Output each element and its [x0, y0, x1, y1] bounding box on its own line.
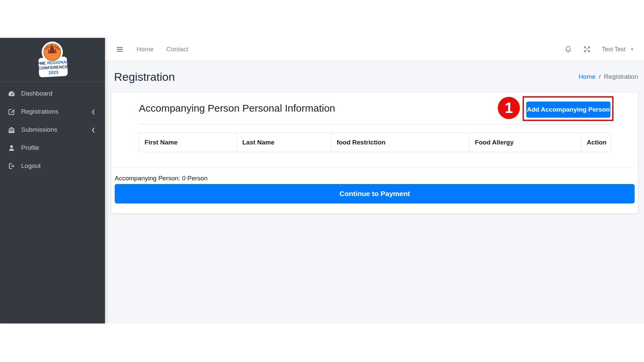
sidebar-item-logout[interactable]: Logout [3, 158, 102, 174]
sidebar-item-registrations[interactable]: Registrations ❮ [3, 103, 102, 120]
edit-icon [8, 108, 15, 116]
sidebar-toggle-button[interactable] [116, 45, 124, 53]
sidebar-menu: Dashboard Registrations ❮ Submissions ❮ [0, 82, 105, 179]
fullscreen-button[interactable] [583, 45, 591, 53]
sidebar-item-profile[interactable]: Profile [3, 139, 102, 156]
card-header-divider [139, 124, 611, 125]
accompanying-person-table: First Name Last Name food Restriction Fo… [139, 132, 611, 152]
page-title: Registration [114, 68, 175, 85]
caret-down-icon: ▼ [630, 47, 634, 51]
accompanying-person-count: Accompanying Person: 0 Person [115, 175, 208, 182]
sidebar-item-submissions[interactable]: Submissions ❮ [3, 121, 102, 138]
sidebar-item-label: Logout [21, 162, 41, 170]
bell-icon [564, 45, 572, 53]
logout-icon [8, 162, 15, 170]
card-title: Accompanying Person Personal Information [139, 103, 335, 114]
main-area: Home Contact Test Test ▼ [105, 38, 644, 323]
sidebar: THAILAND PMEREGIONAL CONFERENCE 2023 Das… [0, 38, 105, 323]
user-dropdown[interactable]: Test Test ▼ [602, 46, 634, 53]
tachometer-icon [8, 90, 15, 98]
breadcrumb: Home / Registration [579, 73, 638, 80]
chevron-left-icon: ❮ [91, 109, 95, 114]
breadcrumb-current: Registration [604, 73, 638, 80]
top-navbar: Home Contact Test Test ▼ [105, 38, 644, 61]
breadcrumb-home-link[interactable]: Home [579, 73, 596, 80]
expand-arrows-icon [583, 45, 591, 53]
content-area: Registration Home / Registration Accompa… [105, 61, 644, 323]
user-icon [8, 144, 15, 152]
sidebar-brand[interactable]: THAILAND PMEREGIONAL CONFERENCE 2023 [0, 38, 105, 82]
sidebar-item-label: Registrations [21, 108, 58, 115]
user-name: Test Test [602, 46, 626, 53]
sidebar-item-label: Submissions [21, 126, 57, 133]
app-window: THAILAND PMEREGIONAL CONFERENCE 2023 Das… [0, 38, 644, 323]
hamburger-icon [116, 45, 124, 53]
envelope-open-icon [8, 126, 15, 134]
svg-text:2023: 2023 [48, 70, 58, 75]
conference-logo-icon: THAILAND PMEREGIONAL CONFERENCE 2023 [36, 41, 70, 78]
sidebar-item-label: Dashboard [21, 90, 52, 97]
column-header-last-name: Last Name [237, 133, 331, 152]
accompanying-person-card: Accompanying Person Personal Information… [111, 93, 638, 214]
column-header-first-name: First Name [139, 133, 237, 152]
sidebar-item-label: Profile [21, 144, 39, 152]
sidebar-item-dashboard[interactable]: Dashboard [3, 85, 102, 102]
breadcrumb-separator: / [599, 73, 600, 80]
topnav-link-contact[interactable]: Contact [166, 46, 188, 53]
notifications-button[interactable] [564, 45, 572, 53]
annotation-step-badge: 1 [498, 97, 520, 119]
topnav-link-home[interactable]: Home [137, 46, 154, 53]
table-header-row: First Name Last Name food Restriction Fo… [139, 133, 611, 152]
column-header-food-allergy: Food Allergy [469, 133, 581, 152]
chevron-left-icon: ❮ [91, 127, 95, 132]
column-header-food-restriction: food Restriction [331, 133, 469, 152]
continue-to-payment-button[interactable]: Continue to Payment [115, 184, 635, 203]
annotation-highlight-box [523, 96, 613, 121]
card-footer-divider [115, 167, 635, 168]
column-header-action: Action [581, 133, 611, 152]
